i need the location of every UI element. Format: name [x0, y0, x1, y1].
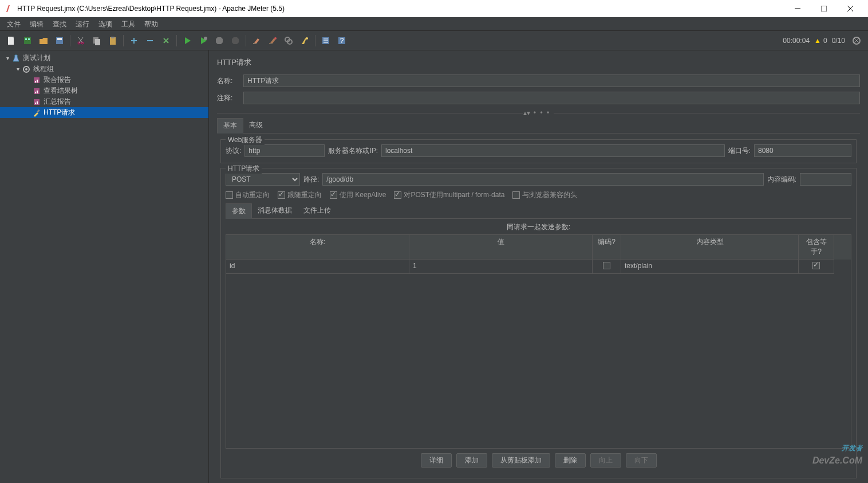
svg-rect-48	[35, 92, 36, 93]
warning-count: 0	[823, 37, 827, 45]
editor-panel: HTTP请求 名称: 注释: ▴▾• • • 基本 高级 Web服务器 协议: …	[209, 50, 868, 483]
httprequest-legend: HTTP请求	[226, 164, 262, 174]
menu-选项[interactable]: 选项	[94, 17, 117, 31]
shutdown-icon[interactable]	[228, 34, 242, 48]
new-icon[interactable]	[5, 34, 18, 48]
cb-auto-redirect[interactable]: 自动重定向	[226, 190, 270, 200]
encoding-input[interactable]	[800, 173, 851, 186]
tree-item-label: 线程组	[33, 64, 54, 74]
minimize-button[interactable]	[784, 0, 811, 17]
port-input[interactable]	[754, 144, 851, 157]
cut-icon[interactable]	[74, 34, 88, 48]
thread-count: 0/10	[832, 37, 845, 45]
clear-icon[interactable]	[250, 34, 263, 48]
delete-button[interactable]: 删除	[555, 453, 586, 468]
svg-rect-46	[37, 80, 38, 83]
tab-basic[interactable]: 基本	[217, 118, 243, 133]
maximize-button[interactable]	[811, 0, 837, 17]
detail-button[interactable]: 详细	[421, 453, 452, 468]
templates-icon[interactable]	[21, 34, 34, 48]
param-include-cell[interactable]	[799, 260, 834, 274]
up-button[interactable]: 向上	[590, 453, 621, 468]
body-tabs: 参数 消息体数据 文件上传	[226, 203, 851, 219]
thread-dump-icon[interactable]	[850, 34, 863, 48]
svg-rect-7	[25, 38, 27, 40]
cb-browser-compat[interactable]: 与浏览器兼容的头	[512, 190, 577, 200]
report-icon	[32, 87, 41, 96]
protocol-label: 协议:	[226, 146, 241, 156]
collapse-icon[interactable]	[143, 34, 157, 48]
path-input[interactable]	[322, 173, 763, 186]
subtab-files[interactable]: 文件上传	[298, 203, 337, 218]
open-icon[interactable]	[37, 34, 50, 48]
svg-rect-27	[253, 43, 257, 44]
copy-icon[interactable]	[90, 34, 104, 48]
server-input[interactable]	[381, 144, 725, 157]
col-encode[interactable]: 编码?	[593, 235, 621, 260]
col-name[interactable]: 名称:	[226, 235, 409, 260]
param-row[interactable]: id1text/plain	[226, 260, 851, 274]
svg-rect-49	[37, 91, 38, 93]
expand-icon[interactable]	[127, 34, 141, 48]
name-label: 名称:	[217, 76, 243, 86]
param-value-cell[interactable]: 1	[409, 260, 593, 274]
menu-帮助[interactable]: 帮助	[140, 17, 163, 31]
tab-advanced[interactable]: 高级	[243, 118, 269, 133]
test-plan-tree[interactable]: ▾测试计划▾线程组聚合报告查看结果树汇总报告HTTP请求	[0, 50, 209, 483]
tree-item-查看结果树[interactable]: 查看结果树	[0, 85, 208, 96]
protocol-input[interactable]	[244, 144, 325, 157]
menubar: 文件编辑查找运行选项工具帮助	[0, 17, 868, 31]
menu-编辑[interactable]: 编辑	[25, 17, 48, 31]
window-title: HTTP Request.jmx (C:\Users\Ezreal\Deskto…	[17, 5, 784, 13]
comment-input[interactable]	[243, 92, 860, 104]
svg-rect-4	[8, 37, 14, 45]
reset-search-icon[interactable]	[298, 34, 311, 48]
tree-twisty-icon[interactable]: ▾	[15, 66, 21, 72]
function-helper-icon[interactable]	[319, 34, 333, 48]
subtab-body[interactable]: 消息体数据	[252, 203, 298, 218]
save-icon[interactable]	[53, 34, 66, 48]
add-from-clipboard-button[interactable]: 从剪贴板添加	[492, 453, 550, 468]
tree-item-聚合报告[interactable]: 聚合报告	[0, 74, 208, 85]
svg-rect-16	[95, 39, 100, 45]
svg-rect-28	[269, 43, 273, 44]
down-button[interactable]: 向下	[626, 453, 657, 468]
collapse-handle[interactable]: ▴▾• • •	[217, 109, 860, 117]
param-type-cell[interactable]: text/plain	[621, 260, 799, 274]
menu-运行[interactable]: 运行	[71, 17, 94, 31]
cb-keepalive[interactable]: 使用 KeepAlive	[330, 190, 386, 200]
method-select[interactable]: POST	[226, 173, 300, 186]
param-name-cell[interactable]: id	[226, 260, 409, 274]
name-input[interactable]	[243, 74, 860, 87]
menu-文件[interactable]: 文件	[2, 17, 25, 31]
search-icon[interactable]	[282, 34, 295, 48]
tree-item-线程组[interactable]: ▾线程组	[0, 64, 208, 74]
stop-icon[interactable]	[212, 34, 226, 48]
cb-multipart[interactable]: 对POST使用multipart / form-data	[394, 190, 504, 200]
tree-item-汇总报告[interactable]: 汇总报告	[0, 96, 208, 107]
close-button[interactable]	[837, 0, 863, 17]
report-icon	[32, 76, 41, 85]
params-table[interactable]: 名称: 值 编码? 内容类型 包含等于? id1text/plain	[226, 234, 851, 449]
param-encode-cell[interactable]	[593, 260, 621, 274]
help-icon[interactable]: ?	[335, 34, 349, 48]
tree-twisty-icon[interactable]: ▾	[5, 55, 10, 61]
add-button[interactable]: 添加	[456, 453, 487, 468]
tree-item-HTTP请求[interactable]: HTTP请求	[0, 107, 208, 118]
warning-icon[interactable]: ▲	[814, 37, 821, 45]
col-include[interactable]: 包含等于?	[799, 235, 834, 260]
webserver-fieldset: Web服务器 协议: 服务器名称或IP: 端口号:	[220, 139, 857, 163]
menu-查找[interactable]: 查找	[48, 17, 71, 31]
menu-工具[interactable]: 工具	[117, 17, 140, 31]
col-type[interactable]: 内容类型	[621, 235, 799, 260]
run-icon[interactable]	[180, 34, 194, 48]
tree-item-测试计划[interactable]: ▾测试计划	[0, 53, 208, 64]
cb-follow-redirect[interactable]: 跟随重定向	[278, 190, 322, 200]
run-notimers-icon[interactable]	[196, 34, 210, 48]
svg-text:?: ?	[340, 37, 344, 45]
toggle-icon[interactable]	[159, 34, 173, 48]
col-value[interactable]: 值	[409, 235, 593, 260]
subtab-params[interactable]: 参数	[226, 203, 252, 219]
clearall-icon[interactable]	[266, 34, 279, 48]
paste-icon[interactable]	[106, 34, 120, 48]
